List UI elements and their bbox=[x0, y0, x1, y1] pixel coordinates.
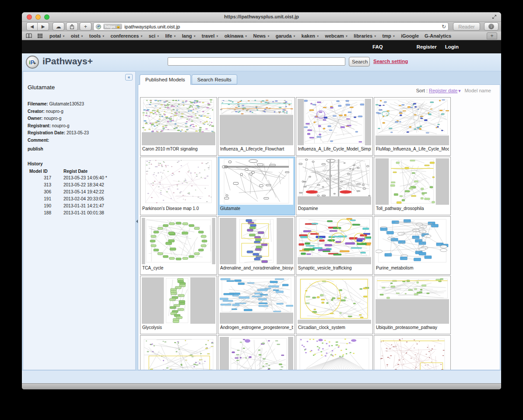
close-window-button[interactable] bbox=[27, 14, 32, 20]
forward-icon[interactable]: ▶ bbox=[38, 23, 49, 30]
model-card[interactable]: Ubiquitin_proteasome_pathway bbox=[374, 276, 451, 334]
model-card[interactable]: Adrenaline_and_noradrenaline_biosyn bbox=[218, 216, 295, 275]
model-card[interactable]: Circadian_clock_system bbox=[296, 276, 373, 334]
reader-button[interactable]: Reader bbox=[453, 22, 480, 31]
history-rows: 3172013-05-23 14:05:40 *3132013-05-22 18… bbox=[29, 175, 107, 217]
bookmarks-book-icon[interactable] bbox=[26, 33, 32, 38]
model-thumbnail bbox=[142, 277, 215, 324]
bookmark-item[interactable]: kaken▼ bbox=[302, 33, 319, 38]
zoom-window-button[interactable] bbox=[44, 14, 49, 20]
register-link[interactable]: Register bbox=[417, 44, 437, 49]
model-card[interactable]: FluMap_Influenza_A_Life_Cycle_Mode bbox=[374, 97, 451, 156]
back-icon[interactable]: ◀ bbox=[27, 23, 38, 30]
model-caption: Influenza_A_Life_Cycle_Model_Simple bbox=[298, 145, 371, 153]
sort-register-date-link[interactable]: Register date bbox=[429, 88, 457, 93]
bookmark-item[interactable]: potal▼ bbox=[49, 33, 65, 38]
bookmark-item[interactable]: tmp▼ bbox=[383, 33, 396, 38]
model-caption: Purine_metabolism bbox=[376, 264, 449, 272]
bookmark-item[interactable]: travel▼ bbox=[202, 33, 219, 38]
history-table: Model ID Regist Date 3172013-05-23 14:05… bbox=[29, 169, 107, 217]
model-thumbnail bbox=[220, 218, 293, 264]
model-card[interactable]: Glycolysis bbox=[140, 276, 217, 334]
search-button[interactable]: Search bbox=[349, 57, 370, 66]
sort-model-name-option[interactable]: Model name bbox=[464, 88, 491, 93]
history-row: 1902013-01-31 14:21:47 bbox=[29, 203, 107, 210]
model-card[interactable] bbox=[140, 335, 217, 370]
history-row: 1882013-01-31 00:01:38 bbox=[29, 210, 107, 217]
model-card[interactable]: Synaptic_vesicle_trafficking bbox=[296, 216, 373, 275]
chevron-down-icon: ▼ bbox=[157, 35, 159, 38]
model-card[interactable]: Parkinson's Disease map 1.0 bbox=[140, 157, 217, 215]
publish-status: publish bbox=[28, 147, 43, 151]
plus-icon: + bbox=[84, 24, 87, 30]
bookmark-item[interactable]: webcam▼ bbox=[325, 33, 348, 38]
model-thumbnail bbox=[220, 99, 293, 145]
model-card[interactable]: Influenza_A_Life_Cycle_Model_Simple bbox=[296, 97, 373, 156]
model-thumbnail bbox=[220, 277, 293, 324]
bookmark-item[interactable]: News▼ bbox=[253, 33, 270, 38]
model-card[interactable]: Caron 2010 mTOR signaling bbox=[140, 97, 217, 156]
model-card[interactable]: Glutamate bbox=[218, 157, 295, 215]
bookmark-item[interactable]: garuda▼ bbox=[276, 33, 296, 38]
reload-icon[interactable]: ↻ bbox=[442, 24, 446, 30]
bookmark-item[interactable]: libraries▼ bbox=[354, 33, 376, 38]
bookmark-item[interactable]: oist▼ bbox=[71, 33, 84, 38]
model-tabs: Published ModelsSearch Results bbox=[140, 74, 237, 85]
tab-published-models[interactable]: Published Models bbox=[140, 74, 191, 85]
model-caption: Androgen_estrogene_progesterone_b bbox=[220, 324, 293, 331]
traffic-lights bbox=[27, 14, 49, 20]
bookmark-item[interactable]: sci▼ bbox=[149, 33, 160, 38]
bookmark-item[interactable]: G-Analytics bbox=[425, 33, 451, 38]
icloud-tabs-button[interactable]: ☁ bbox=[53, 22, 64, 31]
model-caption: Glutamate bbox=[220, 205, 293, 212]
top-sites-grid-icon[interactable] bbox=[38, 34, 44, 38]
bookmark-item[interactable]: lang▼ bbox=[182, 33, 196, 38]
chevron-down-icon: ▼ bbox=[345, 35, 348, 38]
browser-window: https://ipathwaysplus.unit.oist.jp ◀▶ ☁ … bbox=[22, 12, 501, 389]
tab-bar-new-tab[interactable]: + bbox=[487, 32, 497, 39]
tab-search-results[interactable]: Search Results bbox=[192, 74, 237, 84]
model-card[interactable]: Androgen_estrogene_progesterone_b bbox=[218, 276, 295, 334]
sidebar-collapse-button[interactable]: « bbox=[125, 74, 133, 80]
chevron-down-icon: ▼ bbox=[393, 35, 395, 38]
bookmark-item[interactable]: tools▼ bbox=[89, 33, 105, 38]
faq-link[interactable]: FAQ bbox=[372, 44, 383, 49]
model-card[interactable]: Influenza_A_Lifecycle_Flowchart bbox=[218, 97, 295, 156]
new-tab-button[interactable]: + bbox=[80, 22, 91, 31]
model-card[interactable]: TCA_cycle bbox=[140, 216, 217, 275]
share-button[interactable] bbox=[66, 22, 78, 31]
bookmark-item[interactable]: life▼ bbox=[165, 33, 176, 38]
download-icon: ↓ bbox=[488, 24, 494, 29]
model-caption: Glycolysis bbox=[142, 324, 215, 331]
chevron-down-icon: ▼ bbox=[267, 35, 270, 38]
main-area: Published ModelsSearch Results Sort : Re… bbox=[138, 71, 500, 370]
model-card[interactable] bbox=[374, 335, 451, 370]
history-row: 3062013-05-14 19:42:22 bbox=[29, 189, 107, 196]
model-card[interactable] bbox=[296, 335, 373, 370]
model-grid: Caron 2010 mTOR signalingInfluenza_A_Lif… bbox=[140, 97, 451, 370]
model-caption: Parkinson's Disease map 1.0 bbox=[142, 205, 215, 212]
address-bar[interactable]: iP https🔒 ipathwaysplus.unit.oist.jp ↻ bbox=[93, 22, 449, 31]
model-card[interactable] bbox=[218, 335, 295, 370]
model-field: Registrant: noupro-g bbox=[28, 123, 89, 131]
model-card[interactable]: Purine_metabolism bbox=[374, 216, 451, 275]
resize-icon[interactable] bbox=[491, 14, 497, 20]
history-row: 3172013-05-23 14:05:40 * bbox=[29, 175, 107, 182]
bookmark-item[interactable]: okinawa▼ bbox=[225, 33, 248, 38]
web-page: FAQ Register Login iP+ iPathways+ Search… bbox=[22, 40, 501, 383]
search-input[interactable] bbox=[168, 57, 345, 66]
back-forward-buttons[interactable]: ◀▶ bbox=[26, 22, 49, 31]
search-setting-link[interactable]: Search setting bbox=[373, 59, 408, 64]
model-card[interactable]: Toll_pathway_drosophila bbox=[374, 157, 451, 215]
model-caption: TCA_cycle bbox=[142, 264, 215, 272]
bookmark-item[interactable]: iGoogle bbox=[401, 33, 419, 38]
model-thumbnail bbox=[298, 99, 371, 145]
minimize-window-button[interactable] bbox=[35, 14, 41, 20]
downloads-button[interactable]: ↓ bbox=[484, 22, 498, 31]
bookmark-item[interactable]: conferences▼ bbox=[110, 33, 143, 38]
site-logo[interactable]: iP+ bbox=[26, 56, 39, 69]
login-link[interactable]: Login bbox=[445, 44, 459, 49]
model-thumbnail bbox=[298, 277, 371, 324]
model-card[interactable]: Dopamine bbox=[296, 157, 373, 215]
model-fields: Filename: Glutamate130523Creator: noupro… bbox=[28, 102, 89, 145]
